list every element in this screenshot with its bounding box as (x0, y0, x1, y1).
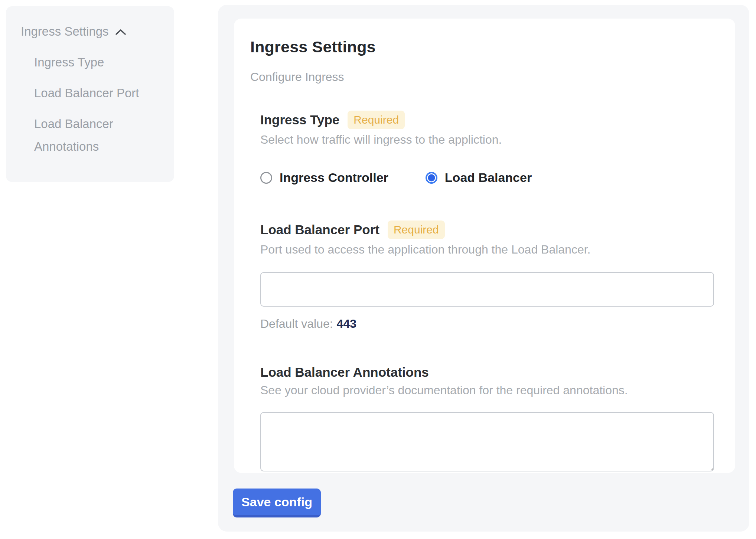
section-ingress-type: Ingress Type Required Select how traffic… (260, 111, 720, 185)
section-load-balancer-port: Load Balancer Port Required Port used to… (260, 220, 720, 331)
load-balancer-annotations-description: See your cloud provider’s documentation … (260, 383, 720, 397)
sidebar-parent-label: Ingress Settings (21, 24, 109, 39)
required-badge: Required (388, 220, 445, 239)
sidebar-item-ingress-type[interactable]: Ingress Type (34, 51, 157, 74)
form-sections: Ingress Type Required Select how traffic… (260, 111, 720, 471)
ingress-type-description: Select how traffic will ingress to the a… (260, 133, 720, 147)
ingress-type-label: Ingress Type (260, 112, 339, 127)
sidebar-sublist: Ingress Type Load Balancer Port Load Bal… (34, 51, 164, 158)
ingress-type-radio-group: Ingress Controller Load Balancer (260, 170, 720, 185)
sidebar-item-load-balancer-annotations[interactable]: Load Balancer Annotations (34, 112, 157, 158)
default-value-row: Default value:443 (260, 317, 720, 331)
page-subtitle: Configure Ingress (250, 70, 720, 84)
sidebar-item-ingress-settings[interactable]: Ingress Settings (21, 24, 164, 39)
main-panel: Ingress Settings Configure Ingress Ingre… (218, 5, 749, 532)
load-balancer-annotations-textarea[interactable] (260, 412, 714, 471)
default-value: 443 (337, 317, 356, 330)
load-balancer-port-label: Load Balancer Port (260, 222, 379, 237)
default-value-label: Default value: (260, 317, 333, 330)
load-balancer-port-input[interactable] (260, 272, 714, 307)
section-load-balancer-annotations: Load Balancer Annotations See your cloud… (260, 365, 720, 471)
radio-label: Ingress Controller (280, 170, 388, 185)
page-title: Ingress Settings (250, 38, 720, 56)
chevron-up-icon (115, 28, 127, 36)
sidebar-item-load-balancer-port[interactable]: Load Balancer Port (34, 82, 157, 104)
radio-option-ingress-controller[interactable]: Ingress Controller (260, 170, 388, 185)
radio-icon[interactable] (426, 172, 437, 184)
save-config-button[interactable]: Save config (233, 489, 321, 517)
ingress-settings-card: Ingress Settings Configure Ingress Ingre… (234, 19, 735, 473)
required-badge: Required (348, 111, 405, 129)
load-balancer-port-description: Port used to access the application thro… (260, 243, 720, 257)
settings-sidebar: Ingress Settings Ingress Type Load Balan… (6, 6, 174, 182)
radio-label: Load Balancer (445, 170, 532, 185)
radio-icon[interactable] (260, 172, 272, 184)
radio-option-load-balancer[interactable]: Load Balancer (426, 170, 532, 185)
load-balancer-annotations-label: Load Balancer Annotations (260, 365, 429, 380)
